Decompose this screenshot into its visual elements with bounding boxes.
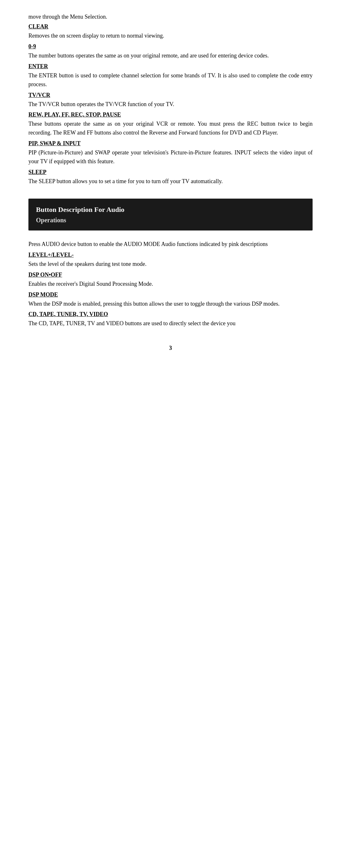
section-dsp-mode: DSP MODE When the DSP mode is enabled, p… xyxy=(28,290,313,309)
section-sleep: SLEEP The SLEEP button allows you to set… xyxy=(28,168,313,186)
section-clear: CLEAR Removes the on screen display to r… xyxy=(28,23,313,40)
section-cd-tape: CD, TAPE, TUNER, TV, VIDEO The CD, TAPE,… xyxy=(28,310,313,328)
banner-title: Button Description For Audio xyxy=(36,204,305,215)
body-enter: The ENTER button is used to complete cha… xyxy=(28,71,313,89)
body-pip-swap: PIP (Picture-in-Picture) and SWAP operat… xyxy=(28,148,313,166)
body-tvcr: The TV/VCR button operates the TV/VCR fu… xyxy=(28,100,313,109)
heading-clear: CLEAR xyxy=(28,23,313,31)
heading-dsp-mode: DSP MODE xyxy=(28,290,313,299)
heading-dsp-onoff: DSP ON•OFF xyxy=(28,271,313,279)
heading-level: LEVEL+/LEVEL- xyxy=(28,251,313,259)
audio-banner: Button Description For Audio Operations xyxy=(28,198,313,230)
heading-rew-play: REW, PLAY, FF, REC, STOP, PAUSE xyxy=(28,111,313,119)
audio-section: Press AUDIO device button to enable the … xyxy=(28,240,313,328)
body-level: Sets the level of the speakers during te… xyxy=(28,260,313,269)
heading-cd-tape: CD, TAPE, TUNER, TV, VIDEO xyxy=(28,310,313,319)
body-sleep: The SLEEP button allows you to set a tim… xyxy=(28,177,313,186)
section-dsp-onoff: DSP ON•OFF Enables the receiver's Digita… xyxy=(28,271,313,288)
page-content: move through the Menu Selection. CLEAR R… xyxy=(28,12,313,352)
heading-pip-swap: PIP, SWAP & INPUT xyxy=(28,139,313,148)
section-level: LEVEL+/LEVEL- Sets the level of the spea… xyxy=(28,251,313,269)
body-zero-nine: The number buttons operates the same as … xyxy=(28,52,313,60)
section-zero-nine: 0-9 The number buttons operates the same… xyxy=(28,42,313,60)
body-dsp-onoff: Enables the receiver's Digital Sound Pro… xyxy=(28,280,313,288)
section-rew-play: REW, PLAY, FF, REC, STOP, PAUSE These bu… xyxy=(28,111,313,137)
audio-intro-text: Press AUDIO device button to enable the … xyxy=(28,240,313,249)
section-pip-swap: PIP, SWAP & INPUT PIP (Picture-in-Pictur… xyxy=(28,139,313,166)
heading-zero-nine: 0-9 xyxy=(28,42,313,51)
page-number: 3 xyxy=(28,344,313,352)
heading-sleep: SLEEP xyxy=(28,168,313,177)
body-cd-tape: The CD, TAPE, TUNER, TV and VIDEO button… xyxy=(28,319,313,328)
heading-enter: ENTER xyxy=(28,62,313,71)
section-tvcr: TV/VCR The TV/VCR button operates the TV… xyxy=(28,91,313,109)
heading-tvcr: TV/VCR xyxy=(28,91,313,99)
section-enter: ENTER The ENTER button is used to comple… xyxy=(28,62,313,89)
intro-text: move through the Menu Selection. xyxy=(28,12,313,21)
body-dsp-mode: When the DSP mode is enabled, pressing t… xyxy=(28,300,313,309)
body-rew-play: These buttons operate the same as on you… xyxy=(28,120,313,137)
banner-subtitle: Operations xyxy=(36,215,305,225)
body-clear: Removes the on screen display to return … xyxy=(28,32,313,40)
